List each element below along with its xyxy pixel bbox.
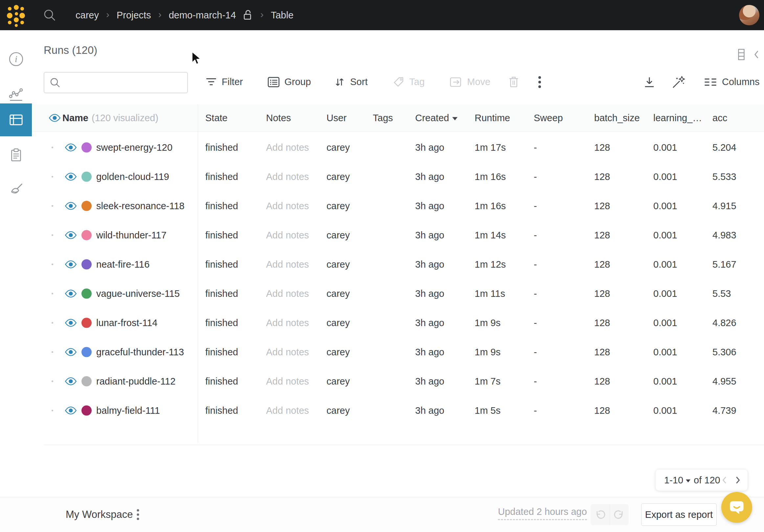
header-state[interactable]: State — [205, 113, 228, 123]
prev-page-button[interactable] — [721, 476, 727, 484]
run-notes-placeholder[interactable]: Add notes — [266, 346, 309, 357]
table-row[interactable]: wild-thunder-117 finished Add notes care… — [32, 220, 764, 250]
table-row[interactable]: golden-cloud-119 finished Add notes care… — [32, 162, 764, 191]
redo-button[interactable] — [610, 504, 629, 525]
run-notes-placeholder[interactable]: Add notes — [266, 288, 309, 299]
table-row[interactable]: sleek-resonance-118 finished Add notes c… — [32, 191, 764, 220]
sidebar-item-sweeps[interactable] — [0, 173, 32, 206]
table-row[interactable]: vague-universe-115 finished Add notes ca… — [32, 279, 764, 308]
run-learning-rate: 0.001 — [653, 200, 677, 211]
magic-wand-button[interactable] — [672, 72, 685, 92]
move-button[interactable]: Move — [450, 72, 490, 92]
runs-table-panel: Runs (120) Filter — [32, 30, 764, 497]
columns-button[interactable]: Columns — [704, 72, 759, 92]
breadcrumb-page[interactable]: Table — [271, 10, 293, 21]
tag-button[interactable]: Tag — [393, 72, 425, 92]
run-visibility-eye-icon[interactable] — [65, 318, 77, 327]
group-button[interactable]: Group — [268, 72, 311, 92]
workspace-name[interactable]: My Workspace — [66, 509, 133, 520]
run-visibility-eye-icon[interactable] — [65, 260, 77, 268]
global-search-icon[interactable] — [43, 8, 57, 22]
header-name[interactable]: Name(120 visualized) — [63, 113, 158, 123]
user-avatar[interactable] — [739, 5, 759, 25]
table-row[interactable]: balmy-field-111 finished Add notes carey… — [32, 396, 764, 425]
run-visibility-eye-icon[interactable] — [65, 201, 77, 210]
updated-timestamp[interactable]: Updated 2 hours ago — [498, 506, 587, 520]
breadcrumb: carey › Projects › demo-march-14 › Table — [76, 10, 293, 21]
run-notes-placeholder[interactable]: Add notes — [266, 376, 309, 387]
sidebar-item-reports[interactable] — [0, 139, 32, 171]
wandb-logo-icon[interactable] — [6, 4, 24, 26]
undo-button[interactable] — [591, 504, 610, 525]
row-drag-dot — [52, 234, 53, 236]
runs-search-box[interactable] — [44, 72, 188, 93]
header-acc[interactable]: acc — [712, 113, 727, 123]
chat-support-button[interactable] — [721, 492, 752, 523]
run-name-link[interactable]: sleek-resonance-118 — [96, 200, 185, 211]
header-tags[interactable]: Tags — [373, 113, 393, 123]
table-row[interactable]: swept-energy-120 finished Add notes care… — [32, 133, 764, 162]
move-label: Move — [467, 77, 490, 88]
header-user[interactable]: User — [326, 113, 346, 123]
run-notes-placeholder[interactable]: Add notes — [266, 317, 309, 328]
run-learning-rate: 0.001 — [653, 317, 677, 328]
page-size-dropdown[interactable]: 1-10 — [664, 475, 693, 486]
run-notes-placeholder[interactable]: Add notes — [266, 259, 309, 269]
run-user: carey — [326, 200, 350, 211]
run-visibility-eye-icon[interactable] — [65, 231, 77, 240]
run-notes-placeholder[interactable]: Add notes — [266, 405, 309, 416]
run-name-link[interactable]: radiant-puddle-112 — [96, 376, 175, 387]
run-name-link[interactable]: balmy-field-111 — [96, 405, 160, 416]
run-name-link[interactable]: wild-thunder-117 — [96, 230, 166, 241]
toggle-all-visibility-eye-icon[interactable] — [49, 114, 61, 122]
run-name-link[interactable]: vague-universe-115 — [96, 288, 180, 299]
run-visibility-eye-icon[interactable] — [65, 289, 77, 298]
more-actions-kebab[interactable] — [538, 72, 542, 92]
run-visibility-eye-icon[interactable] — [65, 347, 77, 356]
run-visibility-eye-icon[interactable] — [65, 406, 77, 415]
run-sweep: - — [534, 288, 537, 299]
run-notes-placeholder[interactable]: Add notes — [266, 171, 309, 182]
run-name-link[interactable]: lunar-frost-114 — [96, 317, 157, 328]
breadcrumb-project[interactable]: demo-march-14 — [169, 10, 236, 21]
workspace-menu-kebab[interactable] — [136, 508, 140, 521]
download-button[interactable] — [644, 72, 655, 92]
sidebar-item-overview[interactable]: i — [0, 43, 32, 76]
header-sweep[interactable]: Sweep — [534, 113, 563, 123]
header-runtime[interactable]: Runtime — [475, 113, 510, 123]
header-name-label: Name — [63, 113, 89, 123]
breadcrumb-separator: › — [260, 9, 264, 20]
tag-label: Tag — [409, 77, 425, 88]
run-batch-size: 128 — [594, 259, 610, 269]
delete-button[interactable] — [508, 72, 519, 92]
search-input[interactable] — [65, 77, 184, 88]
table-row[interactable]: lunar-frost-114 finished Add notes carey… — [32, 308, 764, 337]
header-notes[interactable]: Notes — [266, 113, 291, 123]
run-notes-placeholder[interactable]: Add notes — [266, 200, 309, 211]
breadcrumb-user[interactable]: carey — [76, 10, 99, 21]
run-runtime: 1m 9s — [475, 317, 500, 328]
run-name-link[interactable]: graceful-thunder-113 — [96, 346, 184, 357]
run-name-link[interactable]: swept-energy-120 — [96, 142, 172, 153]
filter-button[interactable]: Filter — [206, 72, 243, 92]
run-visibility-eye-icon[interactable] — [65, 143, 77, 152]
next-page-button[interactable] — [735, 476, 741, 484]
sort-button[interactable]: Sort — [334, 72, 368, 92]
collapse-chevron-left-icon[interactable] — [753, 50, 759, 60]
run-name-link[interactable]: golden-cloud-119 — [96, 171, 169, 182]
export-as-report-button[interactable]: Export as report — [641, 503, 717, 526]
breadcrumb-projects[interactable]: Projects — [116, 10, 151, 21]
header-learning-rate[interactable]: learning_… — [653, 113, 702, 123]
panel-layout-icon[interactable] — [738, 49, 745, 61]
header-created-sorted[interactable]: Created — [415, 113, 458, 123]
table-row[interactable]: graceful-thunder-113 finished Add notes … — [32, 337, 764, 367]
table-row[interactable]: neat-fire-116 finished Add notes carey 3… — [32, 250, 764, 279]
run-name-link[interactable]: neat-fire-116 — [96, 259, 149, 269]
run-visibility-eye-icon[interactable] — [65, 377, 77, 386]
sidebar-item-runs-table[interactable] — [0, 103, 32, 136]
table-row[interactable]: radiant-puddle-112 finished Add notes ca… — [32, 367, 764, 396]
run-visibility-eye-icon[interactable] — [65, 172, 77, 181]
run-notes-placeholder[interactable]: Add notes — [266, 142, 309, 153]
run-notes-placeholder[interactable]: Add notes — [266, 230, 309, 241]
header-batch-size[interactable]: batch_size — [594, 113, 640, 123]
